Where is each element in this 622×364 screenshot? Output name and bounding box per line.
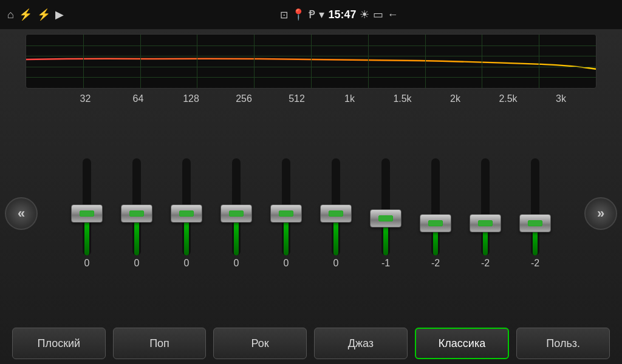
screen-icon[interactable]: ▭ — [373, 8, 383, 21]
slider-handle-inner-512 — [279, 211, 293, 217]
slider-handle-inner-2.5k — [478, 220, 493, 226]
slider-value-3k: -2 — [531, 258, 539, 269]
slider-value-512: 0 — [284, 258, 289, 269]
eq-curve-display — [26, 34, 596, 89]
freq-512: 512 — [276, 93, 318, 104]
slider-value-32: 0 — [84, 258, 90, 269]
status-bar: ⌂ ⚡ ⚡ ▶ ⊡ 📍 Ᵽ ▾ 15:47 ☀ ▭ ← — [0, 0, 622, 29]
eq-panel: 32 64 128 256 512 1k 1.5k 2k 2.5k 3k « 0… — [0, 29, 622, 364]
cast-icon: ⊡ — [280, 9, 288, 21]
slider-handle-inner-1.5k — [378, 215, 393, 221]
slider-handle-512[interactable] — [270, 204, 302, 223]
slider-handle-inner-1k — [329, 211, 343, 217]
usb2-icon: ⚡ — [37, 8, 50, 21]
freq-128: 128 — [170, 93, 213, 104]
preset-buttons-row: Плоский Поп Рок Джаз Классика Польз. — [0, 323, 622, 364]
freq-2p5k: 2.5k — [487, 93, 530, 104]
next-button[interactable]: » — [584, 197, 617, 230]
bluetooth-icon: Ᵽ — [309, 8, 315, 21]
slider-value-1.5k: -1 — [381, 258, 390, 269]
status-left-icons: ⌂ ⚡ ⚡ ▶ — [7, 8, 64, 21]
location-icon: 📍 — [292, 8, 305, 21]
slider-handle-1.5k[interactable] — [370, 209, 402, 228]
freq-1k: 1k — [329, 93, 371, 104]
slider-col-32: 0 — [65, 158, 109, 269]
clock: 15:47 — [328, 8, 356, 21]
slider-col-128: 0 — [165, 158, 208, 269]
wifi-icon: ▾ — [319, 8, 324, 21]
slider-value-128: 0 — [184, 258, 190, 269]
slider-handle-2k[interactable] — [420, 214, 451, 232]
slider-handle-inner-128 — [179, 211, 194, 217]
brightness-icon[interactable]: ☀ — [360, 8, 369, 21]
slider-col-1k: 0 — [314, 158, 358, 269]
slider-col-512: 0 — [264, 158, 308, 269]
slider-handle-2.5k[interactable] — [470, 214, 501, 232]
slider-handle-inner-2k — [428, 220, 443, 226]
freq-1p5k: 1.5k — [381, 93, 424, 104]
slider-col-2k: -2 — [414, 158, 457, 269]
slider-col-3k: -2 — [513, 158, 557, 269]
slider-handle-64[interactable] — [121, 204, 152, 223]
slider-handle-32[interactable] — [71, 204, 103, 223]
slider-value-64: 0 — [134, 258, 140, 269]
freq-256: 256 — [223, 93, 265, 104]
slider-col-2.5k: -2 — [463, 158, 507, 269]
freq-32: 32 — [64, 93, 107, 104]
freq-2k: 2k — [434, 93, 477, 104]
slider-handle-inner-3k — [528, 220, 542, 226]
usb1-icon: ⚡ — [19, 8, 32, 21]
slider-handle-inner-64 — [129, 211, 144, 217]
prev-button[interactable]: « — [5, 197, 38, 230]
preset-classic[interactable]: Классика — [415, 328, 510, 359]
home-icon[interactable]: ⌂ — [7, 8, 14, 21]
slider-track-2k[interactable] — [431, 158, 440, 255]
slider-value-256: 0 — [234, 258, 239, 269]
preset-jazz[interactable]: Джаз — [314, 328, 408, 359]
sliders-container: 000000-1-2-2-2 — [43, 158, 579, 269]
status-center-icons: ⊡ 📍 Ᵽ ▾ 15:47 ☀ ▭ ← — [280, 8, 398, 21]
slider-handle-256[interactable] — [220, 204, 252, 223]
slider-col-64: 0 — [115, 158, 159, 269]
frequency-labels: 32 64 128 256 512 1k 1.5k 2k 2.5k 3k — [59, 93, 587, 104]
play-icon: ▶ — [55, 8, 64, 21]
slider-col-256: 0 — [214, 158, 258, 269]
slider-handle-inner-256 — [229, 211, 244, 217]
freq-3k: 3k — [540, 93, 583, 104]
slider-col-1.5k: -1 — [364, 158, 408, 269]
preset-rock[interactable]: Рок — [213, 328, 307, 359]
slider-track-3k[interactable] — [531, 158, 539, 255]
slider-handle-128[interactable] — [171, 204, 202, 223]
slider-value-2k: -2 — [431, 258, 440, 269]
back-icon[interactable]: ← — [387, 8, 398, 21]
slider-track-2.5k[interactable] — [481, 158, 490, 255]
slider-handle-1k[interactable] — [320, 204, 352, 223]
slider-value-2.5k: -2 — [481, 258, 490, 269]
preset-custom[interactable]: Польз. — [516, 328, 610, 359]
slider-value-1k: 0 — [333, 258, 339, 269]
preset-flat[interactable]: Плоский — [12, 328, 106, 359]
slider-track-1.5k[interactable] — [381, 158, 390, 255]
slider-handle-inner-32 — [80, 211, 94, 217]
freq-64: 64 — [117, 93, 160, 104]
slider-handle-3k[interactable] — [519, 214, 551, 232]
preset-pop[interactable]: Поп — [113, 328, 207, 359]
sliders-area: « 000000-1-2-2-2 » — [0, 107, 622, 320]
